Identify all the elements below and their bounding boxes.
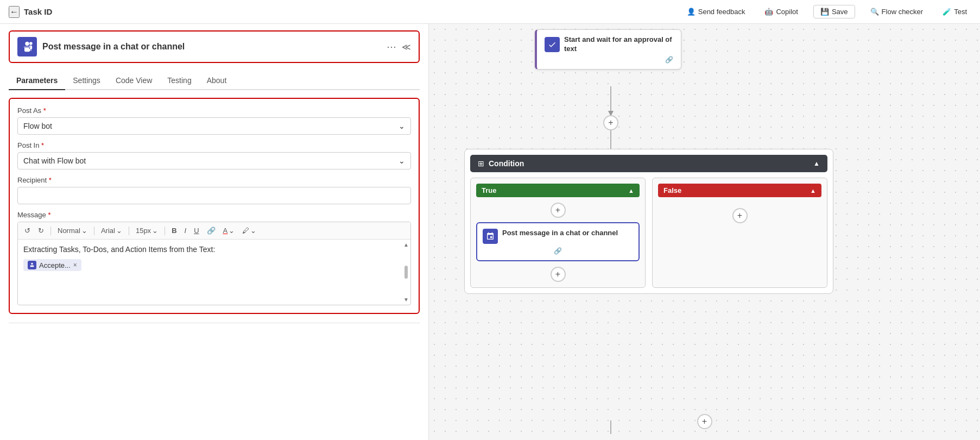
condition-icon: ⊞ [478, 159, 484, 168]
more-options-button[interactable]: ⋯ [387, 41, 396, 53]
font-size-button[interactable]: 15px ⌄ [134, 225, 160, 236]
add-step-true-below-button[interactable]: + [551, 267, 566, 282]
highlight-button[interactable]: 🖊 ⌄ [240, 225, 258, 236]
approval-node-title: Start and wait for an approval of text [564, 35, 673, 54]
main-layout: Post message in a chat or channel ⋯ ≪ Pa… [0, 24, 980, 440]
action-title: Post message in a chat or channel [42, 42, 185, 52]
condition-title: Condition [489, 159, 524, 168]
add-step-true-button[interactable]: + [551, 203, 566, 218]
italic-button[interactable]: I [182, 225, 189, 236]
toolbar-separator-4 [165, 227, 165, 235]
bold-button[interactable]: B [169, 225, 179, 236]
false-branch-label: False [663, 186, 681, 194]
toolbar-separator-2 [94, 227, 94, 235]
approval-icon-box [545, 37, 560, 52]
post-in-select[interactable]: Chat with Flow bot ⌄ [17, 152, 411, 169]
add-step-bottom-button[interactable]: + [697, 414, 712, 429]
page-title: Task ID [24, 7, 52, 16]
copilot-icon: 🤖 [764, 8, 773, 16]
tag-chip: Accepte... × [23, 259, 81, 271]
canvas-area[interactable]: Start and wait for an approval of text 🔗… [429, 24, 980, 440]
recipient-label: Recipient * [17, 176, 411, 184]
approval-node[interactable]: Start and wait for an approval of text 🔗 [535, 29, 681, 70]
right-panel: Start and wait for an approval of text 🔗… [429, 24, 980, 440]
scroll-up-arrow[interactable]: ▲ [403, 242, 409, 248]
toolbar-separator-3 [129, 227, 129, 235]
chip-teams-icon [29, 262, 35, 268]
false-branch-add-wrapper: + [658, 208, 821, 223]
scroll-thumb [404, 266, 408, 279]
test-icon: 🧪 [943, 8, 951, 16]
teams-icon [21, 41, 33, 53]
chevron-down-icon: ⌄ [399, 122, 405, 130]
tab-testing[interactable]: Testing [160, 72, 199, 90]
true-branch-add-below-wrapper: + [476, 267, 640, 282]
add-step-button-1[interactable]: + [603, 115, 618, 130]
recipient-input[interactable] [17, 187, 411, 204]
post-message-icon-box [483, 229, 498, 244]
post-message-content: Post message in a chat or channel [483, 229, 633, 244]
editor-toolbar: ↺ ↻ Normal ⌄ Arial ⌄ 15px ⌄ [18, 222, 410, 240]
underline-button[interactable]: U [192, 225, 201, 236]
post-message-node[interactable]: Post message in a chat or channel 🔗 [476, 222, 640, 261]
tag-chip-text: Accepte... [39, 261, 71, 269]
font-color-button[interactable]: A ⌄ [221, 225, 237, 236]
scroll-down-arrow[interactable]: ▼ [403, 297, 409, 303]
message-label: Message * [17, 211, 411, 219]
action-header-right: ⋯ ≪ [387, 41, 411, 53]
top-bar-right: 👤 Send feedback 🤖 Copilot 💾 Save 🔍 Flow … [682, 5, 971, 18]
post-as-label: Post As * [17, 106, 411, 115]
condition-block: ⊞ Condition ▲ True ▲ + [464, 149, 833, 294]
flow-checker-button[interactable]: 🔍 Flow checker [866, 5, 928, 18]
tab-settings[interactable]: Settings [65, 72, 108, 90]
false-branch: False ▲ + [652, 178, 827, 288]
action-header-left: Post message in a chat or channel [17, 37, 185, 56]
tab-codeview[interactable]: Code View [108, 72, 160, 90]
format-normal-button[interactable]: Normal ⌄ [55, 225, 90, 236]
feedback-icon: 👤 [687, 8, 696, 16]
post-in-label: Post In * [17, 141, 411, 149]
chevron-down-icon-4: ⌄ [116, 227, 122, 235]
chevron-down-icon-2: ⌄ [399, 156, 405, 165]
true-branch-header: True ▲ [476, 184, 640, 197]
flow-checker-icon: 🔍 [870, 8, 879, 16]
tabs: Parameters Settings Code View Testing Ab… [9, 72, 420, 90]
condition-collapse-button[interactable]: ▲ [813, 160, 820, 167]
send-feedback-button[interactable]: 👤 Send feedback [682, 5, 750, 18]
editor-text: Extracting Tasks, To-Dos, and Action Ite… [23, 245, 405, 254]
condition-header-left: ⊞ Condition [478, 159, 524, 168]
collapse-button[interactable]: ≪ [402, 42, 411, 52]
save-icon: 💾 [820, 8, 829, 16]
chevron-down-icon-5: ⌄ [152, 227, 158, 235]
copilot-button[interactable]: 🤖 Copilot [760, 5, 802, 18]
false-branch-collapse[interactable]: ▲ [810, 187, 816, 194]
redo-button[interactable]: ↻ [36, 225, 46, 236]
bottom-divider [9, 323, 420, 323]
add-step-false-button[interactable]: + [732, 208, 748, 223]
action-header: Post message in a chat or channel ⋯ ≪ [9, 30, 420, 63]
true-branch-collapse[interactable]: ▲ [628, 187, 634, 194]
approval-node-header: Start and wait for an approval of text [545, 35, 673, 54]
scrollbar[interactable]: ▲ ▼ [404, 240, 408, 305]
tab-about[interactable]: About [199, 72, 235, 90]
chevron-down-icon-7: ⌄ [250, 227, 256, 235]
recipient-required: * [49, 176, 52, 184]
editor-content-area[interactable]: Extracting Tasks, To-Dos, and Action Ite… [18, 240, 410, 305]
font-button[interactable]: Arial ⌄ [99, 225, 124, 236]
tag-chip-close-button[interactable]: × [73, 261, 77, 269]
post-in-required: * [41, 141, 44, 149]
chevron-down-icon-6: ⌄ [229, 227, 235, 235]
post-as-required: * [43, 106, 46, 115]
link-button[interactable]: 🔗 [205, 225, 218, 236]
back-button[interactable]: ← [9, 6, 20, 18]
save-button[interactable]: 💾 Save [813, 5, 855, 18]
post-as-select[interactable]: Flow bot ⌄ [17, 117, 411, 135]
approval-link-icon: 🔗 [545, 56, 673, 64]
undo-button[interactable]: ↺ [22, 225, 33, 236]
true-branch-add-wrapper: + [476, 203, 640, 218]
test-button[interactable]: 🧪 Test [938, 5, 971, 18]
tab-parameters[interactable]: Parameters [9, 72, 65, 90]
top-bar: ← Task ID 👤 Send feedback 🤖 Copilot 💾 Sa… [0, 0, 980, 24]
branches: True ▲ + [470, 178, 827, 288]
approval-icon [548, 40, 557, 49]
